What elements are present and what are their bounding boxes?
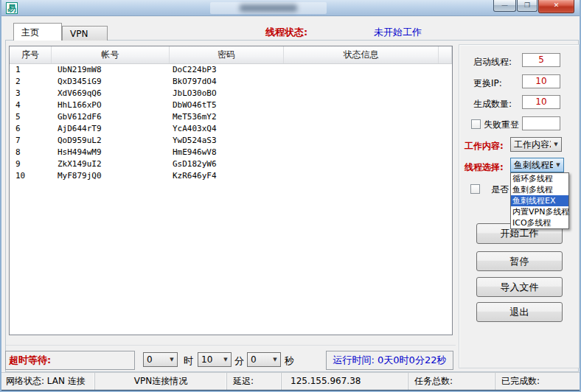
thread-select-dropdown: 循环多线程 鱼刺多线程 鱼刺线程EX 内置VPN多线程 ICO多线程 [510,172,569,229]
dropdown-option[interactable]: 内置VPN多线程 [511,206,568,217]
exit-button[interactable]: 退出 [476,302,563,322]
import-file-button[interactable]: 导入文件 [476,277,563,297]
cell-password: YcA403xQ4 [170,123,284,135]
app-icon: 易 [6,2,18,14]
cell-account: AjD644rT9 [52,123,170,135]
cell-status [284,170,439,182]
table-row[interactable]: 6AjD644rT9YcA403xQ4 [10,123,452,135]
generate-count-label: 生成数量: [473,98,512,111]
close-button[interactable]: ✕ [538,0,574,13]
accounts-table[interactable]: 序号 帐号 密码 状态信息 1UbN219mW8DoC224bP3 2QxD34… [9,46,453,335]
cell-account: ZkX149uI2 [52,158,170,170]
table-row[interactable]: 5GbV612dF6MeT536mY2 [10,111,452,123]
relogin-label: 失败重登 [484,119,519,131]
dropdown-option[interactable]: 循环多线程 [511,173,568,184]
status-latency-label: 延迟: [227,373,282,391]
cell-password: GsD182yW6 [170,158,284,170]
table-row[interactable]: 8HsH494wM9HmE946wV8 [10,147,452,158]
cell-account: HhL166xPO [52,99,170,111]
relogin-checkbox[interactable] [471,119,481,129]
work-content-label: 工作内容: [465,140,504,153]
chevron-down-icon: ▼ [551,141,561,147]
maximize-icon: ❐ [524,1,530,9]
col-header-account[interactable]: 帐号 [52,46,170,63]
close-icon: ✕ [554,1,560,9]
cell-index: 9 [10,158,52,170]
col-header-index[interactable]: 序号 [10,46,52,63]
cell-password: KzR646yF4 [170,170,284,182]
chevron-down-icon: ▼ [270,357,280,363]
thread-status-value: 未开始工作 [374,26,422,39]
col-header-status[interactable]: 状态信息 [284,46,439,63]
partial-checkbox[interactable] [470,184,480,194]
tab-vpn[interactable]: VPN [62,26,108,41]
table-row[interactable]: 9ZkX149uI2GsD182yW6 [10,158,452,170]
cell-status [284,111,439,123]
hour-unit-label: 时 [184,354,193,368]
work-content-select[interactable]: 工作内容2 ▼ [510,137,562,152]
work-content-value: 工作内容2 [511,139,551,151]
table-header: 序号 帐号 密码 状态信息 [10,46,452,64]
start-threads-label: 启动线程: [473,56,512,69]
chevron-down-icon: ▼ [220,357,231,363]
cell-index: 8 [10,147,52,158]
cell-index: 7 [10,135,52,147]
col-header-extra[interactable] [439,46,452,63]
maximize-button[interactable]: ❐ [517,0,537,12]
table-row[interactable]: 4HhL166xPODbWO46tT5 [10,99,452,111]
cell-password: MeT536mY2 [170,111,284,123]
table-row[interactable]: 2QxD345iG9BkO797dO4 [10,76,452,88]
relogin-input[interactable] [522,116,560,130]
cell-index: 10 [10,170,52,182]
status-completed-label: 已完成数: [495,373,581,391]
cell-index: 5 [10,111,52,123]
hour-select[interactable]: 0 ▼ [143,352,178,367]
cell-status [284,64,439,76]
cell-index: 6 [10,123,52,135]
tab-home[interactable]: 主页 [13,23,62,41]
redacted-text-blur [240,4,297,12]
change-ip-label: 更换IP: [473,77,502,90]
cell-status [284,158,439,170]
second-value: 0 [248,354,270,365]
col-header-password[interactable]: 密码 [170,46,284,63]
cell-password: DoC224bP3 [170,64,284,76]
generate-count-input[interactable]: 10 [522,95,560,109]
change-ip-input[interactable]: 10 [522,74,560,88]
minimize-button[interactable]: — [493,0,516,12]
second-unit-label: 秒 [285,354,294,368]
table-row[interactable]: 10MyF879jQ0KzR646yF4 [10,170,452,182]
cell-status [284,76,439,88]
chevron-down-icon: ▼ [553,162,563,168]
cell-password: DbWO46tT5 [170,99,284,111]
cell-index: 1 [10,64,52,76]
window-controls: — ❐ ✕ [493,0,574,13]
cell-status [284,99,439,111]
minute-value: 10 [198,354,220,365]
cell-index: 2 [10,76,52,88]
title-bar[interactable]: 易 — ❐ ✕ [1,0,580,16]
runtime-display: 运行时间: 0天0时0分22秒 [326,351,453,370]
cell-index: 3 [10,88,52,99]
dropdown-option-selected[interactable]: 鱼刺线程EX [511,195,568,206]
status-network: 网络状态: LAN 连接 [3,373,95,391]
table-row[interactable]: 1UbN219mW8DoC224bP3 [10,64,452,76]
cell-status [284,88,439,99]
minute-select[interactable]: 10 ▼ [198,352,232,367]
status-vpn: VPN连接情况 [95,373,227,391]
minimize-icon: — [501,1,508,9]
second-select[interactable]: 0 ▼ [247,352,281,367]
dropdown-option[interactable]: ICO多线程 [511,217,568,228]
dropdown-option[interactable]: 鱼刺多线程 [511,184,568,195]
cell-account: QoD959uL2 [52,135,170,147]
thread-select-value: 鱼刺线程E) [511,159,553,172]
cell-password: HmE946wV8 [170,147,284,158]
start-threads-input[interactable]: 5 [522,53,560,67]
cell-account: HsH494wM9 [52,147,170,158]
table-row[interactable]: 3XdV669qQ6JbLO30oBO [10,88,452,99]
thread-select-combobox[interactable]: 鱼刺线程E) ▼ [510,158,564,172]
cell-account: UbN219mW8 [52,64,170,76]
table-row[interactable]: 7QoD959uL2YwD524aS3 [10,135,452,147]
pause-button[interactable]: 暂停 [476,251,563,271]
cell-status [284,123,439,135]
